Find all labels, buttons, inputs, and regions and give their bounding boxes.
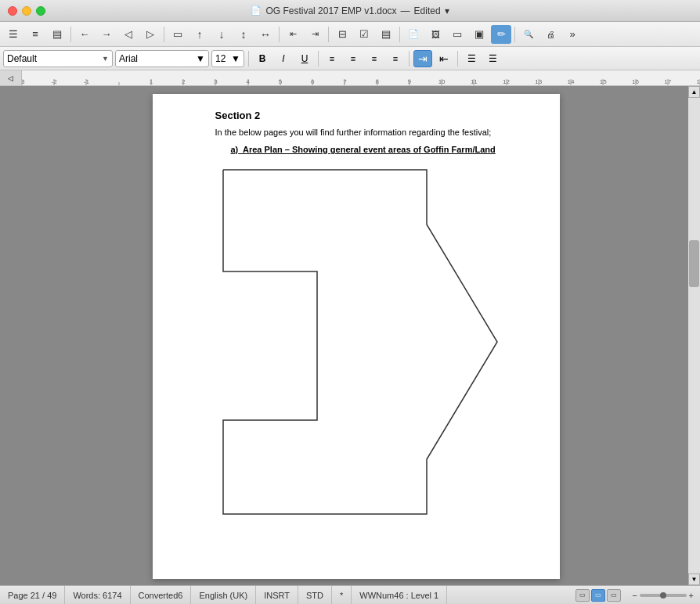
fmt-sep3: [409, 51, 410, 67]
style-arrow: ▼: [102, 55, 109, 63]
converted-indicator: Converted6: [131, 586, 192, 604]
size-dropdown[interactable]: 12 ▼: [211, 50, 244, 67]
arrow-shape: [223, 170, 497, 514]
align-left-btn[interactable]: ≡: [323, 50, 341, 67]
window-controls: [8, 6, 45, 16]
page-indicator: Page 21 / 49: [0, 586, 65, 604]
view-outline-icon[interactable]: ▭: [607, 589, 621, 602]
fmt-sep1: [248, 51, 249, 67]
ruler-scale: -3-2-1123456789101112131415161718: [22, 70, 700, 85]
italic-btn[interactable]: I: [274, 50, 293, 67]
print-preview-btn[interactable]: 🔍: [518, 25, 539, 44]
font-dropdown[interactable]: Arial ▼: [115, 50, 209, 67]
scroll-up-arrow[interactable]: ▲: [688, 86, 700, 98]
col-btn[interactable]: ⊟: [332, 25, 352, 44]
list-prefix: a): [231, 145, 239, 154]
list-numbered-btn[interactable]: ≡: [25, 25, 45, 44]
separator-5: [399, 27, 400, 42]
section-title: Section 2: [215, 110, 521, 121]
ruler-left-margin: ◁: [0, 70, 22, 85]
scroll-thumb[interactable]: [689, 240, 699, 287]
textbox-btn[interactable]: ▭: [447, 25, 467, 44]
arrow-figure: [215, 162, 505, 522]
format-toolbar: Default ▼ Arial ▼ 12 ▼ B I U ≡ ≡ ≡ ≡ ⇥ ⇤…: [0, 47, 700, 70]
language-text: English (UK): [199, 591, 247, 600]
scroll-track[interactable]: [688, 98, 700, 573]
pencil-btn[interactable]: ✏: [491, 25, 511, 44]
style-label: Default: [7, 53, 37, 64]
align-justify-btn[interactable]: ≡: [386, 50, 405, 67]
list-ol-btn[interactable]: ☰: [483, 50, 502, 67]
move-leftright-btn[interactable]: ↔: [255, 25, 276, 44]
font-label: Arial: [119, 53, 138, 64]
check-btn[interactable]: ☑: [354, 25, 374, 44]
nav-back-btn[interactable]: ←: [74, 25, 95, 44]
view-web-icon[interactable]: ▭: [591, 589, 605, 602]
title-bar: 📄 OG Festival 2017 EMP v1.docx — Edited …: [0, 0, 700, 22]
new-doc-btn[interactable]: 📄: [403, 25, 424, 44]
fmt-sep4: [457, 51, 458, 67]
indent-fmt-btn[interactable]: ⇥: [413, 50, 432, 67]
align-center-btn[interactable]: ≡: [344, 50, 363, 67]
mode2-text: STD: [306, 591, 323, 600]
close-button[interactable]: [8, 6, 17, 16]
mode3-text: *: [340, 591, 343, 600]
status-bar: Page 21 / 49 Words: 6174 Converted6 Engl…: [0, 585, 700, 604]
ruler: ◁ -3-2-1123456789101112131415161718: [0, 70, 700, 86]
separator-6: [514, 27, 515, 42]
field-text: WWNum46 : Level 1: [359, 591, 438, 600]
list-style-btn[interactable]: ▤: [376, 25, 396, 44]
separator-2: [164, 27, 164, 42]
view-mode-icons: ▭ ▭ ▭: [571, 589, 626, 602]
separator-1: [70, 27, 71, 42]
list-bullet-btn[interactable]: ☰: [3, 25, 23, 44]
std-mode: STD: [298, 586, 332, 604]
nav-forward-btn[interactable]: →: [96, 25, 117, 44]
nav-next-btn[interactable]: ▷: [140, 25, 161, 44]
align-right-btn[interactable]: ≡: [365, 50, 384, 67]
view-page-icon[interactable]: ▭: [576, 589, 590, 602]
underline-btn[interactable]: U: [295, 50, 314, 67]
dropdown-arrow: ▾: [445, 5, 449, 16]
page-text: Page 21 / 49: [8, 591, 56, 600]
right-scrollbar[interactable]: ▲ ▼: [688, 86, 700, 585]
title-text: 📄 OG Festival 2017 EMP v1.docx — Edited …: [251, 5, 449, 16]
edit-status: Edited: [414, 5, 441, 16]
fmt-sep2: [318, 51, 319, 67]
insert-img-btn[interactable]: 🖼: [425, 25, 446, 44]
style-dropdown[interactable]: Default ▼: [3, 50, 113, 67]
indent-btn[interactable]: ⇥: [305, 25, 325, 44]
star-indicator: *: [332, 586, 352, 604]
converted-text: Converted6: [139, 591, 183, 600]
zoom-control[interactable]: − +: [626, 591, 700, 600]
separator-4: [328, 27, 329, 42]
move-up-btn[interactable]: ↑: [189, 25, 210, 44]
zoom-minus[interactable]: −: [632, 591, 637, 600]
minimize-button[interactable]: [22, 6, 31, 16]
zoom-slider[interactable]: [640, 594, 687, 597]
move-down-btn[interactable]: ↓: [211, 25, 232, 44]
list-outline-btn[interactable]: ▤: [47, 25, 67, 44]
bold-btn[interactable]: B: [253, 50, 272, 67]
move-updown-btn[interactable]: ↕: [233, 25, 254, 44]
more-btn[interactable]: »: [562, 25, 583, 44]
left-sidebar: [0, 86, 23, 585]
size-label: 12: [215, 53, 226, 64]
zoom-plus[interactable]: +: [689, 591, 694, 600]
words-text: Words: 6174: [73, 591, 121, 600]
doc-area[interactable]: Section 2 In the below pages you will fi…: [23, 86, 688, 585]
scroll-down-arrow[interactable]: ▼: [688, 573, 700, 585]
view-normal-btn[interactable]: ▭: [168, 25, 188, 44]
select-btn[interactable]: ▣: [469, 25, 489, 44]
toolbar-row-1: ☰ ≡ ▤ ← → ◁ ▷ ▭ ↑ ↓ ↕ ↔ ⇤ ⇥ ⊟ ☑ ▤ 📄 🖼 ▭ …: [0, 22, 700, 47]
nav-prev-btn[interactable]: ◁: [118, 25, 139, 44]
zoom-thumb: [660, 592, 666, 599]
maximize-button[interactable]: [36, 6, 45, 16]
list-item-label: Area Plan – Showing general event areas …: [243, 145, 496, 154]
print-btn[interactable]: 🖨: [540, 25, 561, 44]
outdent-fmt-btn[interactable]: ⇤: [435, 50, 453, 67]
dedent-btn[interactable]: ⇤: [283, 25, 303, 44]
list-ul-btn[interactable]: ☰: [462, 50, 481, 67]
language-indicator: English (UK): [191, 586, 256, 604]
main-area: Section 2 In the below pages you will fi…: [0, 86, 700, 585]
